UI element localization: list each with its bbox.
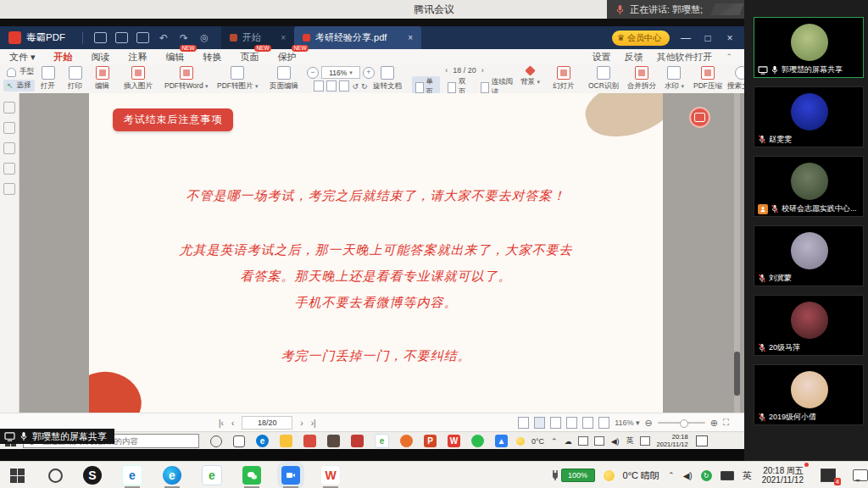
statusbar-page-indicator[interactable]: 18/20	[242, 416, 292, 430]
print-button[interactable]: 打印	[68, 66, 82, 92]
rotate-right-icon[interactable]: ↻	[361, 82, 368, 91]
edge-icon[interactable]: e	[163, 466, 181, 485]
menu-edit[interactable]: 编辑NEW	[166, 51, 185, 64]
ie-icon[interactable]: e	[122, 465, 142, 485]
pdf-to-word-button[interactable]: PDF转Word ▾	[164, 66, 209, 92]
page-edit-button[interactable]: 页面编辑	[270, 66, 298, 92]
task-view-icon[interactable]	[233, 435, 245, 447]
next-page-icon[interactable]: ›	[481, 66, 484, 75]
menu-annotate[interactable]: 注释	[129, 51, 147, 64]
close-start-tab-icon[interactable]: ×	[281, 33, 286, 42]
menu-page[interactable]: 页面NEW	[241, 51, 259, 64]
home-circle-icon[interactable]: ◎	[194, 32, 214, 43]
view-mode-5-icon[interactable]	[582, 417, 593, 429]
search-icon[interactable]	[48, 469, 63, 483]
view-mode-4-icon[interactable]	[566, 417, 577, 429]
last-page-icon[interactable]: ›|	[311, 419, 316, 428]
zoom-slider[interactable]	[658, 422, 705, 424]
tray-language[interactable]: 英	[743, 469, 752, 482]
rotate-doc-button[interactable]: 旋转文档	[373, 66, 402, 92]
zoom-out-button[interactable]: −	[307, 67, 319, 79]
wps-ppt-icon[interactable]: P	[424, 435, 437, 447]
edit-button[interactable]: 编辑	[95, 66, 109, 92]
view-mode-2-icon[interactable]	[534, 417, 545, 429]
background-button[interactable]: 背景 ▾	[520, 66, 540, 87]
open-button[interactable]: 打开	[41, 66, 55, 92]
tray-icon-1[interactable]	[578, 436, 588, 446]
redo-icon[interactable]: ↷	[174, 32, 194, 44]
first-page-icon[interactable]: |‹	[219, 419, 224, 428]
menu-file[interactable]: 文件 ▾	[9, 51, 36, 64]
red-app-icon[interactable]	[351, 435, 364, 447]
tray-clock[interactable]: 20:18 2021/11/12	[657, 434, 688, 448]
cortana-icon[interactable]	[210, 435, 222, 447]
attachments-panel-icon[interactable]	[3, 183, 15, 195]
pdf-to-image-button[interactable]: PDF转图片 ▾	[217, 66, 258, 92]
pdf-minimize-button[interactable]: —	[675, 32, 697, 44]
fullscreen-icon[interactable]: ⛶	[723, 418, 729, 428]
participant-tile[interactable]: 2019级何小倩	[754, 364, 864, 425]
insert-image-button[interactable]: 插入图片	[124, 66, 153, 92]
briefcase-app-icon[interactable]	[327, 435, 340, 447]
merge-split-button[interactable]: 合并拆分	[627, 66, 656, 92]
volume-icon[interactable]: ◀)	[683, 471, 693, 480]
slideshow-button[interactable]: 幻灯片	[553, 66, 575, 92]
view-mode-3-icon[interactable]	[550, 417, 561, 429]
outline-panel-icon[interactable]	[3, 102, 15, 114]
pdf-restore-button[interactable]: □	[697, 32, 719, 44]
menu-protect[interactable]: 保护NEW	[278, 51, 297, 64]
annotations-panel-icon[interactable]	[3, 142, 15, 154]
participant-tile[interactable]: 郭璎慧的屏幕共享	[754, 17, 864, 78]
participant-tile[interactable]: 赵雯雯	[754, 86, 864, 147]
zoom-slider-knob[interactable]	[680, 419, 688, 428]
green-browser-icon[interactable]: e	[202, 465, 222, 485]
open-file-icon[interactable]	[94, 32, 107, 43]
collapse-ribbon-icon[interactable]: ⌃	[726, 53, 732, 61]
notification-center-icon[interactable]: 4	[821, 469, 836, 482]
volume-icon[interactable]: ◀)	[611, 437, 620, 446]
tencent-meeting-icon[interactable]	[281, 466, 300, 485]
start-button[interactable]	[10, 469, 25, 483]
chat-bubble-icon[interactable]	[853, 469, 868, 481]
wps-icon[interactable]: W	[448, 435, 460, 447]
fit-page-icon[interactable]	[339, 80, 349, 92]
menu-feedback[interactable]: 反馈	[624, 51, 643, 64]
scrollbar-thumb[interactable]	[734, 352, 740, 396]
battery-indicator[interactable]: 100%	[551, 469, 595, 482]
view-mode-6-icon[interactable]	[598, 417, 609, 429]
compress-button[interactable]: PDF压缩	[693, 66, 722, 92]
safety-tray-icon[interactable]: ↻	[701, 470, 712, 481]
wechat-icon[interactable]	[242, 466, 261, 485]
feedback-float-button[interactable]	[689, 107, 710, 128]
menu-home[interactable]: 开始	[54, 51, 73, 64]
thumbnails-panel-icon[interactable]	[3, 122, 15, 134]
fit-width-icon[interactable]	[326, 80, 337, 92]
print-quick-icon[interactable]	[136, 32, 149, 43]
tray-language[interactable]: 英	[626, 435, 634, 446]
rotate-left-icon[interactable]: ↺	[352, 82, 359, 91]
history-panel-icon[interactable]	[3, 163, 15, 175]
zoom-in-icon[interactable]: ⊕	[710, 418, 718, 429]
zoom-level[interactable]: 116%▾	[321, 66, 360, 79]
zoom-out-icon[interactable]: ⊖	[645, 418, 653, 429]
ime-icon[interactable]	[640, 436, 650, 446]
pdf-close-button[interactable]: ×	[719, 32, 741, 44]
member-center-button[interactable]: ♛ 会员中心	[612, 30, 670, 46]
sogou-input-icon[interactable]: S	[83, 466, 102, 485]
ocr-button[interactable]: OCR识别	[588, 66, 619, 92]
menu-convert[interactable]: 转换	[203, 51, 222, 64]
menu-open-with[interactable]: 其他软件打开	[656, 51, 712, 64]
meeting-app-icon[interactable]: ▲	[495, 435, 508, 447]
wechat-icon[interactable]	[471, 435, 484, 447]
weather-indicator[interactable]: 0°C 晴朗	[623, 469, 660, 482]
participant-tile[interactable]: 刘冀蒙	[754, 225, 864, 286]
ie-green-icon[interactable]: e	[375, 434, 389, 448]
undo-icon[interactable]: ↶	[153, 32, 174, 44]
tray-expand-icon[interactable]: ⌃	[551, 437, 558, 446]
edge-icon[interactable]: e	[256, 435, 269, 447]
mail-app-icon[interactable]	[303, 435, 316, 447]
tray-clock[interactable]: 20:18 周五 2021/11/12	[762, 466, 804, 485]
prev-page-icon[interactable]: ‹	[445, 66, 448, 75]
tray-expand-icon[interactable]: ⌃	[668, 471, 675, 480]
tray-icon-2[interactable]	[594, 436, 604, 446]
